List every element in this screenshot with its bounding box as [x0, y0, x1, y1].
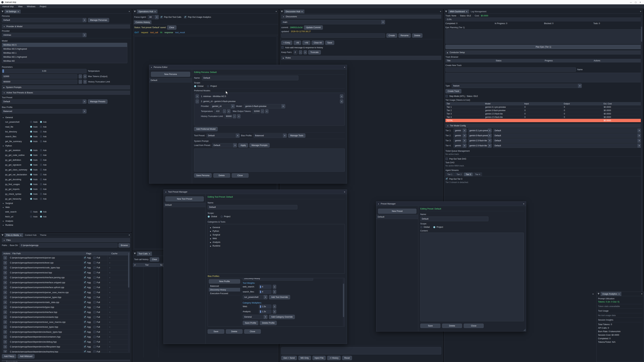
manage-presets-button[interactable]: Manage Presets: [88, 99, 108, 104]
track-description-textarea[interactable]: [446, 73, 641, 82]
close-dialog-button[interactable]: Close: [244, 329, 261, 334]
delete-discussion-button[interactable]: Delete: [412, 33, 422, 38]
category-row[interactable]: Surgical: [208, 233, 345, 237]
remove-multiplier-button[interactable]: [273, 310, 276, 314]
popout-tier3-checkbox[interactable]: [446, 178, 448, 180]
menu-item[interactable]: View: [18, 5, 22, 8]
dock-icon[interactable]: [280, 9, 284, 13]
ask-radio[interactable]: [40, 216, 42, 218]
discussions-section[interactable]: Discussions: [281, 14, 441, 18]
remove-multiplier-button[interactable]: [273, 305, 276, 309]
auto-radio[interactable]: [30, 178, 32, 180]
bias-group-row[interactable]: Runtime: [0, 223, 131, 227]
full-checkbox[interactable]: [93, 291, 96, 294]
window-close-icon[interactable]: [640, 1, 641, 3]
agg-checkbox[interactable]: [84, 311, 86, 313]
multiplier-slider[interactable]: 1.3x: [259, 310, 271, 314]
increment-button[interactable]: [265, 109, 268, 113]
track-name-input[interactable]: [446, 67, 576, 72]
agg-checkbox[interactable]: [84, 271, 86, 274]
full-checkbox[interactable]: [93, 257, 96, 259]
persona-select[interactable]: Default: [2, 18, 86, 22]
panel-close-icon[interactable]: [640, 292, 644, 296]
tab-close-icon[interactable]: [20, 234, 22, 236]
auto-radio[interactable]: [30, 169, 32, 171]
model-list-item[interactable]: MiniMax-M2.1-highspeed: [2, 55, 127, 59]
bias-group-row[interactable]: General: [0, 115, 131, 119]
bias-profile-select[interactable]: Balanced: [2, 109, 86, 113]
tier-provider-select[interactable]: gemini: [454, 128, 466, 133]
tool-override-select[interactable]: run_powershell: [243, 295, 268, 299]
remove-weight-button[interactable]: [273, 285, 276, 289]
bias-group-row[interactable]: Python: [0, 144, 131, 148]
persona-name-input[interactable]: Default: [202, 76, 298, 80]
clear-status-button[interactable]: Clear: [167, 25, 176, 30]
bias-profiles-scrollbar[interactable]: [343, 279, 344, 326]
files-scrollbar[interactable]: [128, 252, 130, 352]
ask-radio[interactable]: [40, 169, 42, 171]
add-preferred-model-button[interactable]: Add Preferred Model: [194, 127, 218, 131]
minimize-icon[interactable]: [630, 1, 632, 3]
dock-icon[interactable]: [596, 292, 600, 296]
ask-radio[interactable]: [40, 183, 42, 185]
stream-tab[interactable]: Tier 1: [446, 172, 454, 176]
auto-radio[interactable]: [30, 211, 32, 213]
persona-list-item[interactable]: Default: [149, 78, 192, 82]
tab-context-hub[interactable]: Context Hub: [23, 233, 38, 237]
apply-button[interactable]: Apply: [238, 143, 248, 147]
preset-list-item[interactable]: Default: [376, 215, 418, 219]
remove-file-button[interactable]: [3, 286, 7, 289]
base-dir-input[interactable]: C:/projects/gencpp: [20, 243, 118, 248]
full-checkbox[interactable]: [93, 336, 96, 338]
step-mode-checkbox[interactable]: [446, 95, 448, 97]
new-persona-button[interactable]: New Persona: [151, 72, 190, 77]
delete-button[interactable]: Delete: [442, 324, 462, 328]
save-profile-button[interactable]: Save Profile: [243, 321, 258, 325]
dock-icon[interactable]: [133, 9, 137, 13]
ask-radio[interactable]: [40, 173, 42, 176]
system-prompts-section[interactable]: System Prompts: [2, 85, 130, 89]
decrement-button[interactable]: [223, 109, 226, 113]
max-tokens-input[interactable]: 32000: [2, 74, 77, 79]
save-button[interactable]: Save: [208, 329, 224, 334]
delete-button[interactable]: Delete: [226, 329, 242, 334]
bias-group-row[interactable]: Analysis: [0, 219, 131, 223]
full-checkbox[interactable]: [93, 341, 96, 343]
agg-checkbox[interactable]: [84, 346, 86, 348]
auto-radio[interactable]: [30, 216, 32, 218]
tier-model-select[interactable]: gemini-2.5-flash-lite: [468, 143, 492, 148]
manage-prompts-button[interactable]: Manage Prompts: [250, 143, 270, 147]
dock-icon[interactable]: [0, 233, 4, 237]
menu-item[interactable]: Project: [40, 5, 46, 8]
auto-radio[interactable]: [30, 193, 32, 195]
auto-radio[interactable]: [30, 188, 32, 190]
dialog-close-icon[interactable]: [344, 66, 345, 68]
browse-button[interactable]: Browse: [118, 243, 130, 248]
decrement-button[interactable]: [261, 109, 264, 113]
auto-radio[interactable]: [30, 131, 32, 133]
dialog-close-icon[interactable]: [523, 203, 524, 205]
menu-item[interactable]: Windows: [27, 5, 36, 8]
popout-toolcalls-checkbox[interactable]: [160, 16, 163, 18]
update-commit-button[interactable]: Update Commit: [304, 25, 323, 30]
model-provider-select[interactable]: gemini_cli: [211, 104, 235, 108]
composer-button[interactable]: Inject File: [312, 356, 326, 360]
tier-model-select[interactable]: gemini-3-flash-preview: [468, 133, 492, 138]
delete-persona-button[interactable]: Delete: [213, 173, 230, 178]
full-checkbox[interactable]: [93, 281, 96, 284]
agg-checkbox[interactable]: [84, 267, 86, 269]
epic-planning-textarea[interactable]: [446, 29, 641, 44]
dialog-close-icon[interactable]: [344, 191, 345, 193]
new-preset-button[interactable]: New Preset: [378, 209, 416, 214]
remove-file-button[interactable]: [3, 340, 7, 344]
screenshots-section[interactable]: Screenshots: [2, 360, 130, 362]
category-row[interactable]: Runtime: [208, 244, 345, 248]
bias-profile-select[interactable]: Balanced: [254, 133, 287, 138]
model-list-item[interactable]: MiniMax-M2: [2, 59, 127, 63]
tier-provider-select[interactable]: gemini: [454, 138, 466, 143]
add-files-button[interactable]: Add File(s): [2, 354, 16, 359]
load-preset-select[interactable]: Default: [212, 143, 237, 147]
hidden-panel-close-icon[interactable]: [592, 293, 594, 295]
project-radio[interactable]: [207, 85, 209, 87]
auto-radio[interactable]: [30, 140, 32, 142]
